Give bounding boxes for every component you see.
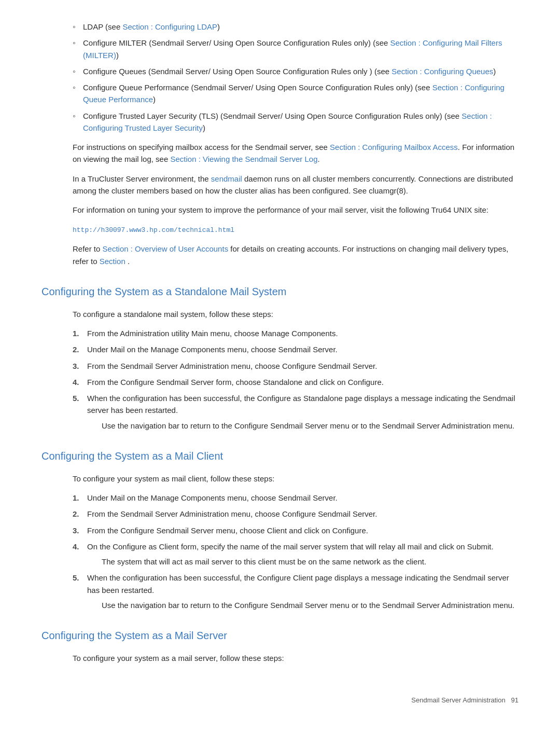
link-configuring-ldap[interactable]: Section : Configuring LDAP <box>122 22 217 31</box>
section3-intro: To configure your system as a mail serve… <box>73 652 519 664</box>
footer-page: 91 <box>511 696 519 704</box>
url-line: http://h30097.www3.hp.com/technical.html <box>73 223 519 236</box>
list-item: Configure MILTER (Sendmail Server/ Using… <box>73 37 519 61</box>
step-item: 3. From the Configure Sendmail Server me… <box>73 524 519 536</box>
page-footer: Sendmail Server Administration 91 <box>41 695 519 706</box>
step-item: 1. From the Administration utility Main … <box>73 327 519 339</box>
bullet-text-queue-perf-end: ) <box>153 95 156 104</box>
list-item: Configure Trusted Layer Security (TLS) (… <box>73 110 519 134</box>
step-item: 4. From the Configure Sendmail Server fo… <box>73 376 519 388</box>
para2-before: In a TruCluster Server environment, the <box>73 174 211 183</box>
link-server-log[interactable]: Section : Viewing the Sendmail Server Lo… <box>170 155 317 163</box>
para-user-accounts: Refer to Section : Overview of User Acco… <box>73 243 519 267</box>
para4-before: Refer to <box>73 244 103 253</box>
bullet-text-queues: Configure Queues (Sendmail Server/ Using… <box>83 67 391 76</box>
para4-end: . <box>125 257 130 266</box>
para-mailbox-access: For instructions on specifying mailbox a… <box>73 141 519 165</box>
footer-text: Sendmail Server Administration <box>411 696 505 704</box>
step-item: 2. Under Mail on the Manage Components m… <box>73 343 519 355</box>
section3-heading: Configuring the System as a Mail Server <box>41 628 519 646</box>
step-item: 2. From the Sendmail Server Administrati… <box>73 508 519 520</box>
step-item: 3. From the Sendmail Server Administrati… <box>73 360 519 372</box>
list-item: LDAP (see Section : Configuring LDAP) <box>73 21 519 33</box>
section1-heading: Configuring the System as a Standalone M… <box>41 284 519 302</box>
link-user-accounts[interactable]: Section : Overview of User Accounts <box>103 244 229 253</box>
list-item: Configure Queues (Sendmail Server/ Using… <box>73 65 519 77</box>
bullet-text-ldap: LDAP (see <box>83 22 122 31</box>
section2-steps: 1. Under Mail on the Manage Components m… <box>41 492 519 611</box>
bullet-text-tls: Configure Trusted Layer Security (TLS) (… <box>83 112 461 120</box>
bullet-text-queue-perf: Configure Queue Performance (Sendmail Se… <box>83 83 432 92</box>
sendmail-inline: sendmail <box>211 174 242 183</box>
list-item: Configure Queue Performance (Sendmail Se… <box>73 81 519 106</box>
para1-after: . <box>318 155 320 163</box>
section2-heading: Configuring the System as a Mail Client <box>41 448 519 466</box>
bullet-text-milter: Configure MILTER (Sendmail Server/ Using… <box>83 38 390 47</box>
para-trucluster: In a TruCluster Server environment, the … <box>73 173 519 197</box>
bullet-text-tls-end: ) <box>203 123 205 132</box>
link-section-delivery[interactable]: Section <box>100 257 125 266</box>
para1-before: For instructions on specifying mailbox a… <box>73 143 330 151</box>
bullet-text-milter-end: ) <box>116 51 119 60</box>
section1-steps: 1. From the Administration utility Main … <box>41 327 519 432</box>
link-hp-url[interactable]: http://h30097.www3.hp.com/technical.html <box>73 226 234 234</box>
step-item: 4. On the Configure as Client form, spec… <box>73 541 519 568</box>
bullet-list: LDAP (see Section : Configuring LDAP) Co… <box>41 21 519 134</box>
section1-intro: To configure a standalone mail system, f… <box>73 308 519 320</box>
step-item: 5. When the configuration has been succe… <box>73 392 519 432</box>
link-configuring-queues[interactable]: Section : Configuring Queues <box>391 67 493 76</box>
step-item: 5. When the configuration has been succe… <box>73 572 519 611</box>
bullet-text-queues-end: ) <box>493 67 496 76</box>
section2-intro: To configure your system as mail client,… <box>73 473 519 485</box>
para-tuning: For information on tuning your system to… <box>73 204 519 216</box>
bullet-text-ldap-end: ) <box>217 22 220 31</box>
link-mailbox-access[interactable]: Section : Configuring Mailbox Access <box>330 143 458 151</box>
step-item: 1. Under Mail on the Manage Components m… <box>73 492 519 504</box>
